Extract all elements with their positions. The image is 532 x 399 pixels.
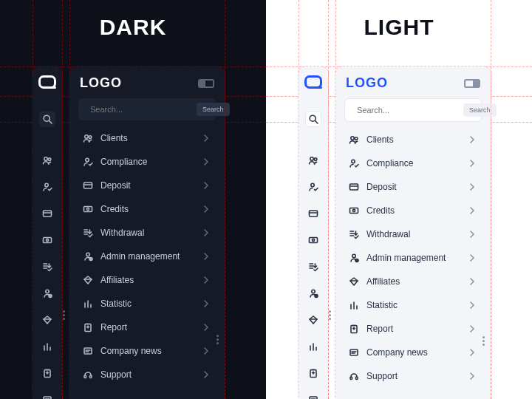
- news-icon: [83, 346, 93, 356]
- search-input[interactable]: [90, 105, 192, 114]
- admin-icon[interactable]: [39, 285, 55, 301]
- sidebar-item-label: Admin management: [366, 253, 446, 263]
- chevron-right-icon: [467, 371, 477, 381]
- sidebar-item-label: Clients: [100, 133, 128, 143]
- sidebar-item-company-news[interactable]: Company news: [78, 341, 216, 361]
- dark-title: DARK: [100, 15, 167, 40]
- card-icon[interactable]: [39, 205, 55, 222]
- clipboard-icon[interactable]: [305, 365, 321, 381]
- headset-icon: [83, 369, 93, 380]
- sidebar-item-affiliates[interactable]: Affiliates: [344, 271, 482, 292]
- sidebar-dark: LOGO Search ClientsComplianceDepositCred…: [69, 66, 225, 399]
- money-icon: [83, 204, 93, 214]
- sidebar-item-company-news[interactable]: Company news: [344, 342, 482, 363]
- sidebar-item-deposit[interactable]: Deposit: [78, 175, 216, 196]
- chevron-right-icon: [201, 322, 211, 332]
- diamond-icon[interactable]: [39, 312, 55, 328]
- chevron-right-icon: [201, 228, 211, 238]
- sidebar-item-compliance[interactable]: Compliance: [344, 153, 482, 174]
- chart-icon[interactable]: [305, 338, 321, 355]
- sidebar-item-deposit[interactable]: Deposit: [344, 177, 482, 197]
- sidebar-item-label: Report: [366, 324, 393, 334]
- search-icon[interactable]: [39, 111, 55, 127]
- compliance-icon[interactable]: [305, 179, 321, 195]
- users-icon: [83, 133, 93, 143]
- compliance-icon: [349, 158, 359, 168]
- sidebar-item-label: Clients: [366, 134, 394, 145]
- logo-mark: [38, 75, 56, 89]
- chevron-right-icon: [201, 133, 211, 143]
- chart-icon: [349, 300, 359, 310]
- search-box[interactable]: Search: [78, 98, 216, 120]
- sidebar-item-affiliates[interactable]: Affiliates: [78, 270, 216, 290]
- search-input[interactable]: [357, 106, 459, 115]
- sidebar-item-admin-management[interactable]: Admin management: [344, 248, 482, 268]
- search-box[interactable]: Search: [344, 98, 482, 122]
- chevron-right-icon: [201, 275, 211, 285]
- chevron-right-icon: [467, 324, 477, 334]
- icon-rail-light: [299, 66, 328, 399]
- sidebar-item-credits[interactable]: Credits: [78, 199, 216, 219]
- chevron-right-icon: [467, 134, 477, 145]
- news-icon[interactable]: [305, 392, 321, 399]
- chevron-right-icon: [201, 369, 211, 380]
- card-icon: [83, 180, 93, 191]
- card-icon[interactable]: [305, 205, 321, 222]
- sidebar-item-clients[interactable]: Clients: [344, 129, 482, 150]
- sidebar-item-admin-management[interactable]: Admin management: [78, 246, 216, 267]
- sidebar-item-label: Compliance: [366, 158, 413, 168]
- admin-icon[interactable]: [305, 285, 321, 301]
- admin-icon: [349, 253, 359, 263]
- chevron-right-icon: [467, 158, 477, 168]
- sidebar-item-label: Support: [366, 371, 398, 381]
- sidebar-item-report[interactable]: Report: [344, 318, 482, 339]
- sidebar-item-clients[interactable]: Clients: [78, 128, 216, 149]
- news-icon[interactable]: [39, 392, 55, 399]
- users-icon[interactable]: [39, 152, 55, 168]
- drag-handle-icon[interactable]: [329, 310, 331, 320]
- sidebar-item-support[interactable]: Support: [78, 364, 216, 385]
- search-button[interactable]: Search: [463, 103, 497, 117]
- diamond-icon: [349, 276, 359, 287]
- money-icon[interactable]: [39, 232, 55, 248]
- news-icon: [349, 347, 359, 358]
- users-icon[interactable]: [305, 152, 321, 168]
- icon-rail-dark: [33, 66, 62, 399]
- chart-icon: [83, 299, 93, 309]
- chevron-right-icon: [201, 157, 211, 167]
- chevron-right-icon: [467, 182, 477, 192]
- clipboard-icon[interactable]: [39, 365, 55, 381]
- sidebar-item-withdrawal[interactable]: Withdrawal: [78, 222, 216, 243]
- sidebar-item-label: Company news: [100, 346, 162, 356]
- chart-icon[interactable]: [39, 338, 55, 355]
- drag-handle-icon[interactable]: [482, 336, 485, 346]
- chevron-right-icon: [201, 251, 211, 262]
- sidebar-item-credits[interactable]: Credits: [344, 200, 482, 221]
- withdrawal-icon[interactable]: [39, 259, 55, 275]
- card-icon: [349, 182, 359, 192]
- chevron-right-icon: [467, 276, 477, 287]
- sidebar-item-label: Report: [100, 322, 127, 332]
- search-button[interactable]: Search: [197, 103, 230, 116]
- drag-handle-icon[interactable]: [63, 310, 65, 320]
- diamond-icon[interactable]: [305, 312, 321, 328]
- sidebar-item-label: Statistic: [366, 300, 398, 310]
- sidebar-item-label: Affiliates: [100, 275, 134, 285]
- chevron-right-icon: [467, 205, 477, 216]
- collapse-toggle-icon[interactable]: [464, 79, 480, 88]
- compliance-icon: [83, 157, 93, 167]
- sidebar-item-statistic[interactable]: Statistic: [78, 293, 216, 314]
- sidebar-item-support[interactable]: Support: [344, 366, 482, 386]
- sidebar-item-statistic[interactable]: Statistic: [344, 295, 482, 316]
- money-icon[interactable]: [305, 232, 321, 248]
- collapse-toggle-icon[interactable]: [198, 79, 214, 88]
- drag-handle-icon[interactable]: [216, 335, 219, 344]
- withdrawal-icon[interactable]: [305, 259, 321, 275]
- nav-light: ClientsComplianceDepositCreditsWithdrawa…: [344, 129, 482, 386]
- sidebar-item-compliance[interactable]: Compliance: [78, 151, 216, 172]
- search-icon[interactable]: [305, 111, 321, 127]
- chevron-right-icon: [201, 180, 211, 191]
- compliance-icon[interactable]: [39, 179, 55, 195]
- sidebar-item-report[interactable]: Report: [78, 317, 216, 338]
- sidebar-item-withdrawal[interactable]: Withdrawal: [344, 224, 482, 245]
